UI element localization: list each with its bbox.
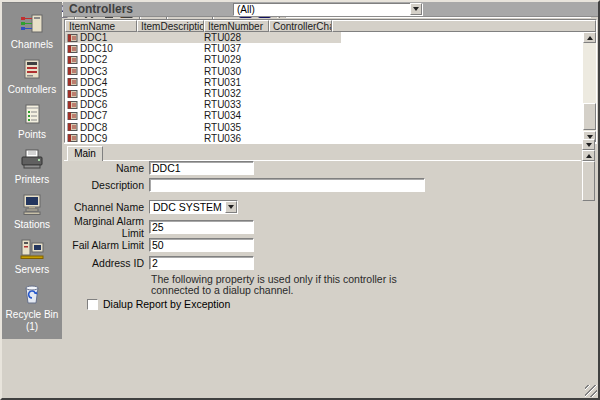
property-form: Main Name Description Channel Name DDC S… — [64, 143, 597, 144]
view-title: Controllers — [63, 2, 233, 16]
sidebar-item-label: Channels — [4, 39, 60, 50]
filter-drop-button[interactable] — [410, 3, 422, 15]
sidebar-item-recycle-bin[interactable]: Recycle Bin (1) — [4, 282, 60, 332]
row-item-name: DDC5 — [80, 88, 107, 99]
row-item-name: DDC8 — [80, 122, 107, 133]
row-item-number: RTU037 — [204, 43, 269, 54]
sidebar-item-controllers[interactable]: Controllers — [4, 57, 60, 95]
controllers-list: ItemName ItemDescription ItemNumber Cont… — [64, 19, 597, 143]
channel-name-select[interactable]: DDC SYSTEM — [149, 200, 238, 214]
row-item-number: RTU029 — [204, 54, 269, 65]
scroll-up-button[interactable] — [582, 150, 595, 161]
filter-dropdown-value: (All) — [234, 4, 410, 15]
tab-main[interactable]: Main — [67, 146, 103, 161]
row-item-number: RTU030 — [204, 66, 269, 77]
sidebar-item-label: Points — [4, 129, 60, 140]
row-item-name: DDC4 — [80, 77, 107, 88]
controller-icon — [67, 122, 78, 132]
row-item-name: DDC10 — [80, 43, 113, 54]
description-input[interactable] — [149, 178, 425, 192]
scroll-track[interactable] — [583, 43, 596, 131]
controller-icon — [67, 111, 78, 121]
controller-icon — [67, 77, 78, 87]
dialup-checkbox-row: Dialup Report by Exception — [87, 298, 230, 310]
controller-icon — [67, 55, 78, 65]
table-row[interactable]: DDC6 RTU033 — [65, 99, 583, 110]
table-row[interactable]: DDC2 RTU029 — [65, 54, 583, 65]
stations-icon — [19, 192, 45, 216]
chevron-down-icon — [587, 135, 593, 139]
resize-grip[interactable] — [585, 385, 597, 397]
scroll-down-button[interactable] — [582, 139, 595, 150]
row-item-name: DDC6 — [80, 99, 107, 110]
row-item-name: DDC9 — [80, 133, 107, 142]
sidebar-item-label: Servers — [4, 264, 60, 275]
name-input[interactable] — [149, 161, 254, 175]
row-item-name: DDC3 — [80, 66, 107, 77]
row-item-number: RTU033 — [204, 99, 269, 110]
recycle-bin-icon — [19, 282, 45, 306]
name-label: Name — [64, 162, 149, 174]
servers-icon — [19, 237, 45, 261]
marginal-alarm-limit-input[interactable] — [149, 220, 254, 234]
table-row[interactable]: DDC9 RTU036 — [65, 133, 583, 142]
points-icon — [19, 102, 45, 126]
view-header: Controllers (All) — [63, 2, 598, 17]
channel-name-drop-button[interactable] — [225, 201, 237, 213]
scroll-thumb[interactable] — [582, 161, 595, 201]
dialup-checkbox[interactable] — [87, 299, 98, 310]
sidebar-item-channels[interactable]: Channels — [4, 12, 60, 50]
controller-icon — [67, 133, 78, 142]
sidebar-item-servers[interactable]: Servers — [4, 237, 60, 275]
address-id-label: Address ID — [64, 257, 149, 269]
row-item-number: RTU034 — [204, 110, 269, 121]
column-header-itemname[interactable]: ItemName — [65, 20, 137, 32]
sidebar-item-label: Controllers — [4, 84, 60, 95]
table-row[interactable]: DDC10 RTU037 — [65, 43, 583, 54]
table-row[interactable]: DDC4 RTU031 — [65, 77, 583, 88]
controller-icon — [67, 66, 78, 76]
table-row[interactable]: DDC8 RTU035 — [65, 122, 583, 133]
list-vertical-scrollbar[interactable] — [583, 32, 596, 142]
chevron-down-icon — [413, 7, 419, 11]
description-label: Description — [64, 179, 149, 191]
sidebar-item-count: (1) — [4, 321, 60, 332]
sidebar-item-printers[interactable]: Printers — [4, 147, 60, 185]
dialup-note: The following property is used only if t… — [151, 274, 421, 296]
row-item-name: DDC7 — [80, 110, 107, 121]
column-header-filler — [332, 20, 596, 32]
address-id-input[interactable] — [149, 256, 254, 270]
channel-name-value: DDC SYSTEM — [150, 201, 225, 213]
scroll-thumb[interactable] — [583, 103, 596, 130]
sidebar-item-label: Printers — [4, 174, 60, 185]
fail-alarm-limit-input[interactable] — [149, 238, 254, 252]
sidebar-item-label: Stations — [4, 219, 60, 230]
marginal-alarm-limit-label: Marginal Alarm Limit — [64, 215, 149, 239]
list-rows: DDC1 RTU028 DDC10 RTU037 DDC2 RTU029 — [65, 32, 583, 142]
dialup-note-line2: connected to a dialup channel. — [151, 285, 421, 296]
list-header: ItemName ItemDescription ItemNumber Cont… — [65, 20, 596, 32]
chevron-down-icon — [586, 143, 592, 147]
channels-icon — [19, 12, 45, 36]
table-row[interactable]: DDC3 RTU030 — [65, 66, 583, 77]
controller-icon — [67, 89, 78, 99]
scroll-up-button[interactable] — [583, 32, 596, 43]
sidebar-item-points[interactable]: Points — [4, 102, 60, 140]
column-header-itemnumber[interactable]: ItemNumber — [204, 20, 269, 32]
row-item-name: DDC2 — [80, 54, 107, 65]
row-item-number: RTU031 — [204, 77, 269, 88]
row-item-number: RTU035 — [204, 122, 269, 133]
printers-icon — [19, 147, 45, 171]
row-item-number: RTU028 — [204, 32, 269, 43]
controller-icon — [67, 100, 78, 110]
chevron-up-icon — [586, 154, 592, 158]
sidebar-item-label: Recycle Bin — [4, 309, 60, 320]
table-row[interactable]: DDC7 RTU034 — [65, 110, 583, 121]
table-row[interactable]: DDC5 RTU032 — [65, 88, 583, 99]
sidebar-item-stations[interactable]: Stations — [4, 192, 60, 230]
filter-dropdown[interactable]: (All) — [233, 3, 423, 16]
column-header-controllerchannel[interactable]: ControllerChann... — [269, 20, 332, 32]
table-row[interactable]: DDC1 RTU028 — [65, 32, 583, 43]
column-header-itemdescription[interactable]: ItemDescription — [137, 20, 204, 32]
chevron-down-icon — [228, 205, 234, 209]
